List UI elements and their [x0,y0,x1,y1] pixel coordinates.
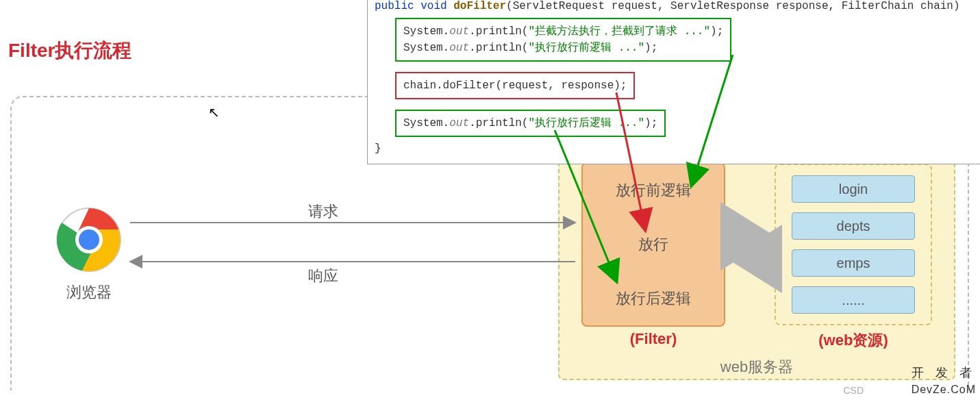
response-label: 响应 [308,266,338,286]
web-server-box: 放行前逻辑 放行 放行后逻辑 (Filter) login depts emps… [558,147,955,380]
svg-point-2 [79,229,99,250]
filter-box: 放行前逻辑 放行 放行后逻辑 [581,162,725,327]
code-dofilter-block: chain.doFilter(request, response); [395,72,635,99]
chrome-icon [55,205,123,274]
watermark-url: DevZe.CoM [912,384,976,396]
res-more: ...... [792,286,915,314]
page-title: Filter执行流程 [8,38,131,64]
res-login: login [792,175,915,203]
filter-label: (Filter) [581,330,725,348]
web-server-label: web服务器 [720,357,793,377]
filter-post-label: 放行后逻辑 [616,288,691,309]
cursor-icon: ↖ [208,104,220,121]
watermark-text: 开 发 者 [912,364,976,381]
res-emps: emps [792,249,915,277]
filter-pre-label: 放行前逻辑 [616,180,691,201]
res-depts: depts [792,212,915,240]
web-resources-label: (web资源) [781,330,925,351]
browser-block: 浏览器 [55,205,123,303]
code-signature: public void doFilter(ServletRequest requ… [375,0,980,14]
request-label: 请求 [308,201,338,222]
web-resources-group: login depts emps ...... [775,164,932,325]
code-post-block: System.out.println("执行放行后逻辑 ..."); [395,110,666,137]
code-box: public void doFilter(ServletRequest requ… [367,0,980,164]
csd-label: CSD [843,385,864,396]
code-pre-block: System.out.println("拦截方法执行，拦截到了请求 ...");… [395,18,731,62]
browser-label: 浏览器 [55,282,123,303]
filter-dofilter-label: 放行 [638,234,668,255]
